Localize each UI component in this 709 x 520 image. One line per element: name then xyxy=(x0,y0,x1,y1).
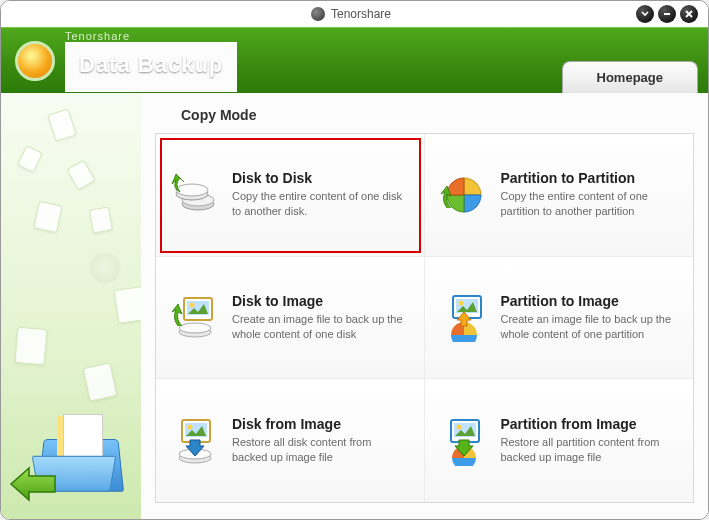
svg-point-9 xyxy=(179,323,211,333)
titlebar: Tenorshare xyxy=(1,1,708,27)
card-desc: Restore all partition content from backe… xyxy=(501,435,680,465)
card-disk-to-disk[interactable]: Disk to Disk Copy the entire content of … xyxy=(156,134,425,257)
titlebar-brand: Tenorshare xyxy=(311,7,391,21)
minimize-button[interactable] xyxy=(658,5,676,23)
card-text: Disk from Image Restore all disk content… xyxy=(232,416,410,465)
disk-from-image-icon xyxy=(170,416,220,466)
card-partition-to-image[interactable]: Partition to Image Create an image file … xyxy=(425,257,694,380)
card-title: Disk from Image xyxy=(232,416,410,432)
card-title: Disk to Image xyxy=(232,293,410,309)
brand-sub: Tenorshare xyxy=(65,30,237,42)
paper-deco-icon xyxy=(47,108,77,141)
paper-deco-icon xyxy=(83,362,117,401)
svg-point-15 xyxy=(188,424,193,429)
card-disk-to-image[interactable]: Disk to Image Create an image file to ba… xyxy=(156,257,425,380)
card-desc: Copy the entire content of one partition… xyxy=(501,189,680,219)
titlebar-brand-text: Tenorshare xyxy=(331,7,391,21)
tenorshare-logo-icon xyxy=(311,7,325,21)
help-button[interactable] xyxy=(636,5,654,23)
back-button[interactable] xyxy=(9,466,59,506)
card-desc: Create an image file to back up the whol… xyxy=(501,312,680,342)
sidebar xyxy=(1,93,141,520)
close-button[interactable] xyxy=(680,5,698,23)
partition-to-image-icon xyxy=(439,292,489,342)
back-arrow-icon xyxy=(9,466,59,502)
card-partition-from-image[interactable]: Partition from Image Restore all partiti… xyxy=(425,379,694,502)
card-disk-from-image[interactable]: Disk from Image Restore all disk content… xyxy=(156,379,425,502)
svg-point-12 xyxy=(458,301,463,306)
card-desc: Copy the entire content of one disk to a… xyxy=(232,189,410,219)
paper-deco-icon xyxy=(114,286,141,324)
tab-homepage[interactable]: Homepage xyxy=(562,61,698,93)
card-text: Disk to Image Create an image file to ba… xyxy=(232,293,410,342)
app-window: Tenorshare Tenorshare Data Backup Homepa… xyxy=(0,0,709,520)
card-text: Disk to Disk Copy the entire content of … xyxy=(232,170,410,219)
section-title: Copy Mode xyxy=(181,107,694,123)
body: Copy Mode Disk to Disk Co xyxy=(1,93,708,520)
gear-deco-icon xyxy=(91,253,119,281)
brand-text: Tenorshare Data Backup xyxy=(65,30,237,92)
header: Tenorshare Data Backup Homepage xyxy=(1,27,708,93)
close-icon xyxy=(684,9,694,19)
tab-homepage-label: Homepage xyxy=(597,70,663,85)
main: Copy Mode Disk to Disk Co xyxy=(141,93,708,520)
svg-point-7 xyxy=(190,303,195,308)
card-title: Partition to Image xyxy=(501,293,680,309)
card-text: Partition to Image Create an image file … xyxy=(501,293,680,342)
card-title: Partition from Image xyxy=(501,416,680,432)
partition-from-image-icon xyxy=(439,416,489,466)
card-partition-to-partition[interactable]: Partition to Partition Copy the entire c… xyxy=(425,134,694,257)
paper-deco-icon xyxy=(89,206,113,233)
svg-point-20 xyxy=(456,424,461,429)
card-title: Disk to Disk xyxy=(232,170,410,186)
paper-deco-icon xyxy=(33,201,62,233)
paper-deco-icon xyxy=(66,160,95,191)
partition-to-partition-icon xyxy=(439,170,489,220)
svg-point-4 xyxy=(176,184,208,196)
card-desc: Create an image file to back up the whol… xyxy=(232,312,410,342)
minimize-icon xyxy=(662,9,672,19)
card-title: Partition to Partition xyxy=(501,170,680,186)
disk-to-disk-icon xyxy=(170,170,220,220)
card-text: Partition to Partition Copy the entire c… xyxy=(501,170,680,219)
brand-main: Data Backup xyxy=(65,42,237,92)
brand: Tenorshare Data Backup xyxy=(15,30,237,92)
card-text: Partition from Image Restore all partiti… xyxy=(501,416,680,465)
paper-deco-icon xyxy=(14,327,47,365)
disk-to-image-icon xyxy=(170,292,220,342)
brand-icon xyxy=(15,41,55,81)
card-desc: Restore all disk content from backed up … xyxy=(232,435,410,465)
chevron-down-icon xyxy=(640,9,650,19)
card-grid: Disk to Disk Copy the entire content of … xyxy=(155,133,694,503)
window-controls xyxy=(636,5,698,23)
paper-deco-icon xyxy=(17,145,43,173)
